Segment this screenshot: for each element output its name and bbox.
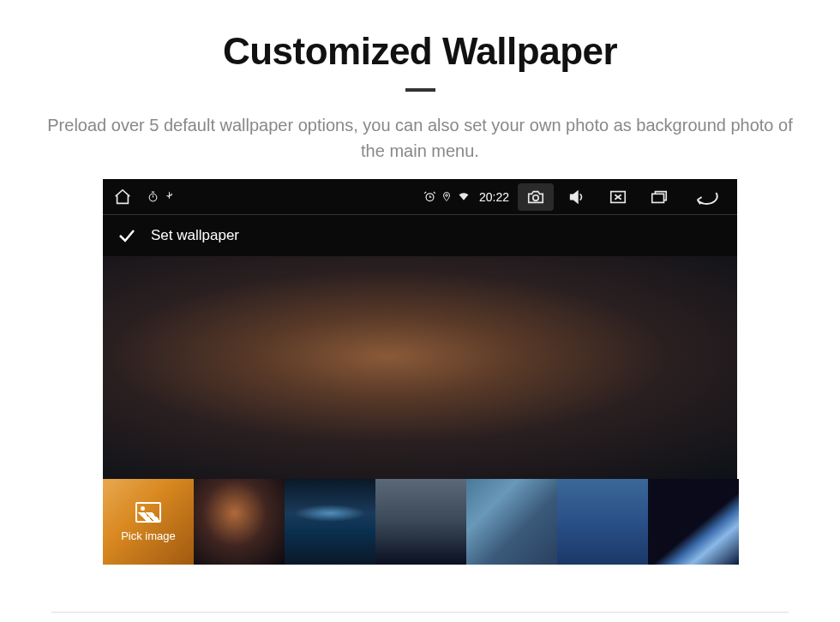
status-time: 20:22 [479,190,509,204]
volume-button[interactable] [559,183,595,211]
recent-apps-button[interactable] [641,183,677,211]
wallpaper-thumb[interactable] [466,479,557,565]
wallpaper-thumb[interactable] [194,479,285,565]
pick-image-button[interactable]: Pick image [103,479,194,565]
back-button[interactable] [682,183,727,211]
home-icon[interactable] [113,188,132,206]
wallpaper-thumbnails: Pick image [103,479,737,565]
pick-image-label: Pick image [121,529,176,542]
status-bar: 20:22 [103,179,737,215]
close-button[interactable] [600,183,636,211]
timer-icon [147,191,159,202]
wifi-icon [457,191,471,202]
page-title: Customized Wallpaper [223,30,617,73]
image-icon [135,502,161,523]
wallpaper-thumb[interactable] [648,479,739,565]
svg-point-3 [533,194,538,200]
wallpaper-thumb[interactable] [375,479,466,565]
page-subtitle: Preload over 5 default wallpaper options… [43,112,797,164]
section-divider [51,612,789,613]
location-icon [441,190,452,203]
confirm-icon[interactable] [117,225,137,246]
title-divider [405,88,435,92]
svg-rect-5 [652,194,664,202]
wallpaper-preview[interactable] [103,256,737,479]
alarm-icon [423,190,436,203]
wallpaper-thumb[interactable] [285,479,375,565]
action-bar-title: Set wallpaper [151,227,239,244]
device-screenshot: 20:22 S [103,179,737,565]
svg-point-2 [446,194,448,197]
wallpaper-thumb[interactable] [557,479,648,565]
action-bar: Set wallpaper [103,215,737,256]
usb-icon [164,191,175,202]
screenshot-button[interactable] [518,183,554,211]
svg-point-0 [149,194,157,201]
